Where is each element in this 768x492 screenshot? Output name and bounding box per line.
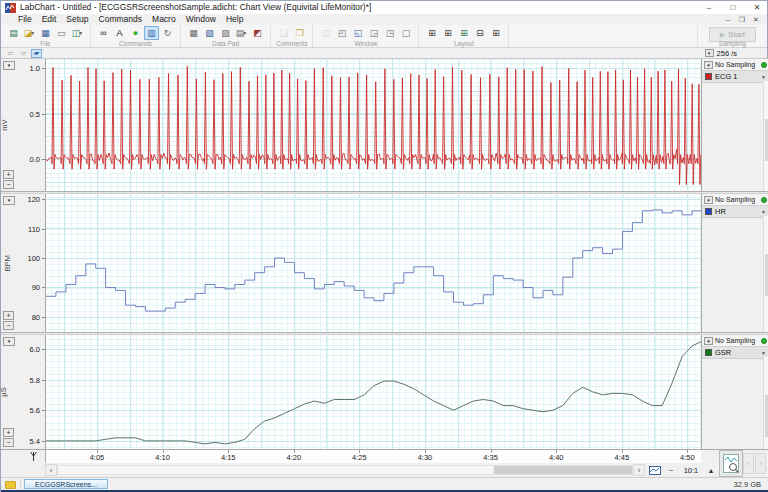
time-tick-label: 4:15 bbox=[221, 453, 236, 462]
time-tick-label: 4:40 bbox=[549, 453, 564, 462]
channel-splitter-2[interactable] bbox=[1, 332, 768, 335]
datapad-autofill-icon[interactable]: ▨ bbox=[218, 26, 233, 40]
sample-rate-dropdown[interactable]: ▼ bbox=[705, 49, 714, 57]
open-file-icon-dropdown[interactable]: ▼ bbox=[30, 30, 35, 36]
mdi-close-button[interactable]: ✕ bbox=[749, 14, 763, 25]
chart-view-icon[interactable]: ▥ bbox=[144, 26, 159, 40]
sampling-row: ▼No Sampling bbox=[702, 335, 768, 347]
menu-item-file[interactable]: File bbox=[13, 14, 37, 25]
tile-windows-icon[interactable]: ◫ bbox=[318, 26, 333, 40]
channel-splitter-1[interactable] bbox=[1, 191, 768, 194]
zoom-window-button[interactable] bbox=[719, 450, 743, 477]
datapad-options-icon[interactable]: ▤▼ bbox=[234, 26, 249, 40]
channel-vertical-scrollbar[interactable] bbox=[763, 216, 768, 332]
axis-menu-button[interactable]: ▼ bbox=[3, 196, 15, 205]
channel-selector-gsr[interactable]: GSR▼ bbox=[702, 347, 768, 359]
maximize-button[interactable]: □ bbox=[723, 1, 743, 14]
toolbar-group-label: Data Pad bbox=[186, 40, 265, 47]
comments-toggle-button[interactable]: ~ bbox=[665, 464, 677, 476]
open-file-icon[interactable]: ◪▼ bbox=[22, 26, 37, 40]
zoom-view-icon[interactable]: ◱ bbox=[350, 26, 365, 40]
scroll-right-button[interactable]: › bbox=[633, 464, 645, 476]
menu-item-setup[interactable]: Setup bbox=[61, 14, 93, 25]
layout-new-icon[interactable]: ⊞ bbox=[456, 26, 471, 40]
menu-item-macro[interactable]: Macro bbox=[147, 14, 181, 25]
menu-item-commands[interactable]: Commands bbox=[94, 14, 147, 25]
datapad-graph-icon[interactable]: ◩ bbox=[250, 26, 265, 40]
marker-tool-icon[interactable] bbox=[29, 451, 38, 462]
channel-vertical-scrollbar[interactable] bbox=[763, 81, 768, 191]
add-comment-icon[interactable]: ❑ bbox=[276, 26, 291, 40]
find-selection-icon[interactable]: A bbox=[112, 26, 127, 40]
axis-menu-button[interactable]: ▼ bbox=[3, 337, 15, 346]
horizontal-scrollbar[interactable] bbox=[57, 465, 633, 475]
menu-item-edit[interactable]: Edit bbox=[37, 14, 62, 25]
axis-menu-button[interactable]: ▼ bbox=[3, 61, 15, 70]
datapad-view-icon[interactable]: ▦ bbox=[186, 26, 201, 40]
channel-panel-ecg-1: ▼No SamplingECG 1▼ bbox=[701, 59, 768, 191]
channel-menu-button[interactable]: ▼ bbox=[761, 74, 766, 80]
cascade-windows-icon[interactable]: ◰ bbox=[334, 26, 349, 40]
scale-zoom-out-button[interactable]: − bbox=[3, 180, 14, 189]
notebook-icon[interactable]: ◲ bbox=[366, 26, 381, 40]
view-buffer-icon[interactable] bbox=[647, 464, 663, 476]
export-icon-dropdown[interactable]: ▼ bbox=[78, 30, 83, 36]
datapad-add-icon[interactable]: ▧ bbox=[202, 26, 217, 40]
mdi-minimize-button[interactable]: – bbox=[721, 14, 735, 25]
next-block-button[interactable]: › bbox=[755, 453, 766, 474]
channel-menu-button[interactable]: ▼ bbox=[761, 350, 766, 356]
scale-zoom-in-button[interactable]: + bbox=[3, 428, 14, 437]
scale-zoom-out-button[interactable]: − bbox=[3, 321, 14, 330]
y-tick-label: 90 bbox=[32, 283, 40, 292]
scroll-left-button[interactable]: ‹ bbox=[45, 464, 57, 476]
layout-rows-icon[interactable]: ⊟ bbox=[472, 26, 487, 40]
layout-tile-icon[interactable]: ⊞ bbox=[424, 26, 439, 40]
mdi-restore-button[interactable]: ❐ bbox=[735, 14, 749, 25]
minimize-window-icon[interactable]: ◳ bbox=[382, 26, 397, 40]
stimulator-icon[interactable]: ● bbox=[128, 26, 143, 40]
toolbar-group-commands: ∞A●▥↻Commands bbox=[91, 25, 181, 47]
channel-menu-button[interactable]: ▼ bbox=[761, 209, 766, 215]
sampling-menu-button[interactable]: ▼ bbox=[704, 196, 713, 204]
channel-selector-hr[interactable]: HR▼ bbox=[702, 206, 768, 218]
axis-unit-label: µS bbox=[0, 387, 8, 396]
new-file-icon[interactable]: ▤ bbox=[6, 26, 21, 40]
layout-new-icon-glyph: ⊞ bbox=[460, 28, 468, 38]
review-mode-icon[interactable]: ▱ bbox=[18, 49, 29, 58]
scale-zoom-in-button[interactable]: + bbox=[3, 311, 14, 320]
scrollbar-thumb[interactable] bbox=[494, 466, 632, 474]
plot-ecg-1[interactable] bbox=[45, 59, 701, 191]
start-button-label: Start bbox=[728, 30, 745, 39]
document-icon[interactable] bbox=[5, 481, 16, 489]
compression-ratio-label[interactable]: 10:1 bbox=[679, 464, 703, 476]
comments-list-icon[interactable]: ❒ bbox=[292, 26, 307, 40]
print-icon[interactable]: ▭ bbox=[54, 26, 69, 40]
datapad-options-icon-dropdown[interactable]: ▼ bbox=[242, 30, 247, 36]
sampling-menu-button[interactable]: ▼ bbox=[704, 337, 713, 345]
document-tab[interactable]: ECGGSRScreens... bbox=[24, 479, 108, 489]
menu-item-help[interactable]: Help bbox=[221, 14, 248, 25]
sampling-status-icon bbox=[761, 338, 767, 344]
channel-name-label: HR bbox=[715, 207, 758, 216]
scale-zoom-out-button[interactable]: − bbox=[3, 438, 14, 447]
plot-gsr[interactable] bbox=[45, 335, 701, 449]
close-button[interactable]: ✕ bbox=[747, 1, 767, 14]
export-icon[interactable]: ◫▼ bbox=[70, 26, 85, 40]
layout-columns-icon[interactable]: ⊞ bbox=[488, 26, 503, 40]
new-window-icon[interactable]: ▢ bbox=[398, 26, 413, 40]
marker-well-icon[interactable]: ▲ bbox=[705, 464, 717, 476]
save-icon[interactable]: ▦ bbox=[38, 26, 53, 40]
plot-hr[interactable] bbox=[45, 194, 701, 332]
layout-grid-icon[interactable]: ⊞ bbox=[440, 26, 455, 40]
menu-item-window[interactable]: Window bbox=[181, 14, 221, 25]
find-icon[interactable]: ∞ bbox=[96, 26, 111, 40]
prev-block-button[interactable]: ‹ bbox=[743, 453, 754, 474]
sampling-menu-button[interactable]: ▼ bbox=[704, 61, 713, 69]
minimize-button[interactable]: – bbox=[699, 1, 719, 14]
chart-mode-icon[interactable]: ▰ bbox=[31, 49, 42, 58]
scale-zoom-in-button[interactable]: + bbox=[3, 170, 14, 179]
channel-vertical-scrollbar[interactable] bbox=[763, 357, 768, 449]
channel-selector-ecg-1[interactable]: ECG 1▼ bbox=[702, 71, 768, 83]
scroll-mode-icon[interactable]: ▱ bbox=[5, 49, 16, 58]
refresh-icon[interactable]: ↻ bbox=[160, 26, 175, 40]
